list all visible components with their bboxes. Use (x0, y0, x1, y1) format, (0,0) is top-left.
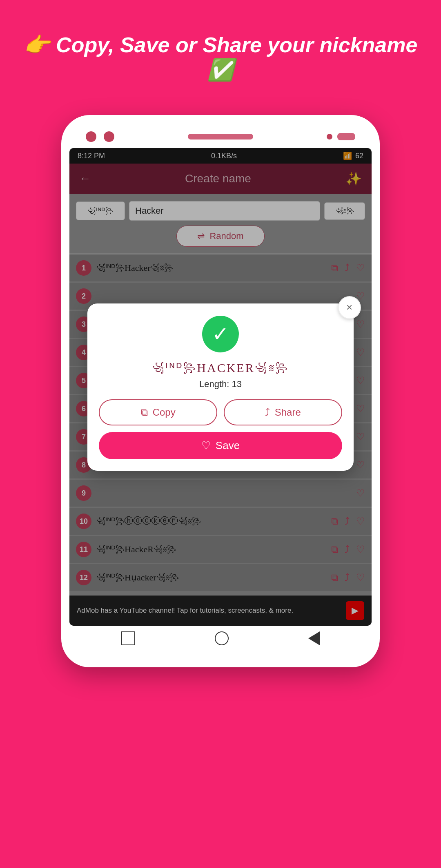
phone-bottom-nav (69, 626, 372, 651)
camera-dot (86, 131, 96, 142)
dialog-overlay: × ✓ ꧁ᴵᴺᴰ꧂HACKER꧁≋꧂ Length: 13 ⧉ Copy ⤴ S… (69, 148, 372, 626)
phone-dots-left (86, 131, 114, 142)
share-btn-label: Share (275, 407, 301, 418)
phone-top-bar (69, 127, 372, 146)
phone-button (337, 133, 355, 140)
dialog-action-buttons: ⧉ Copy ⤴ Share (99, 399, 342, 425)
phone-screen: 8:12 PM 0.1KB/s 📶 62 ← Create name ✨ ꧁ᴵᴺ… (69, 148, 372, 626)
nav-home-button[interactable] (215, 631, 229, 645)
share-btn-icon: ⤴ (265, 407, 270, 418)
checkmark-icon: ✓ (212, 324, 229, 344)
success-checkmark-circle: ✓ (202, 316, 239, 352)
phone-top-right (327, 133, 355, 140)
nav-back-button[interactable] (308, 631, 320, 645)
front-camera (327, 134, 332, 140)
nav-square-button[interactable] (121, 631, 135, 645)
dialog-close-button[interactable]: × (338, 296, 361, 319)
sensor-dot (104, 131, 114, 142)
speaker (188, 134, 253, 140)
top-instruction-text: 👉 Copy, Save or Share your nickname ✅ (0, 33, 441, 82)
share-button[interactable]: ⤴ Share (224, 399, 342, 425)
save-heart-icon: ♡ (201, 439, 211, 452)
save-button[interactable]: ♡ Save (99, 432, 342, 459)
phone-mockup: 8:12 PM 0.1KB/s 📶 62 ← Create name ✨ ꧁ᴵᴺ… (61, 115, 380, 667)
copy-btn-label: Copy (153, 407, 176, 418)
copy-btn-icon: ⧉ (141, 407, 148, 418)
dialog-length-text: Length: 13 (99, 379, 342, 390)
save-btn-label: Save (216, 439, 240, 452)
success-dialog: × ✓ ꧁ᴵᴺᴰ꧂HACKER꧁≋꧂ Length: 13 ⧉ Copy ⤴ S… (87, 303, 353, 471)
dialog-name-display: ꧁ᴵᴺᴰ꧂HACKER꧁≋꧂ (99, 361, 342, 375)
copy-button[interactable]: ⧉ Copy (99, 399, 217, 425)
